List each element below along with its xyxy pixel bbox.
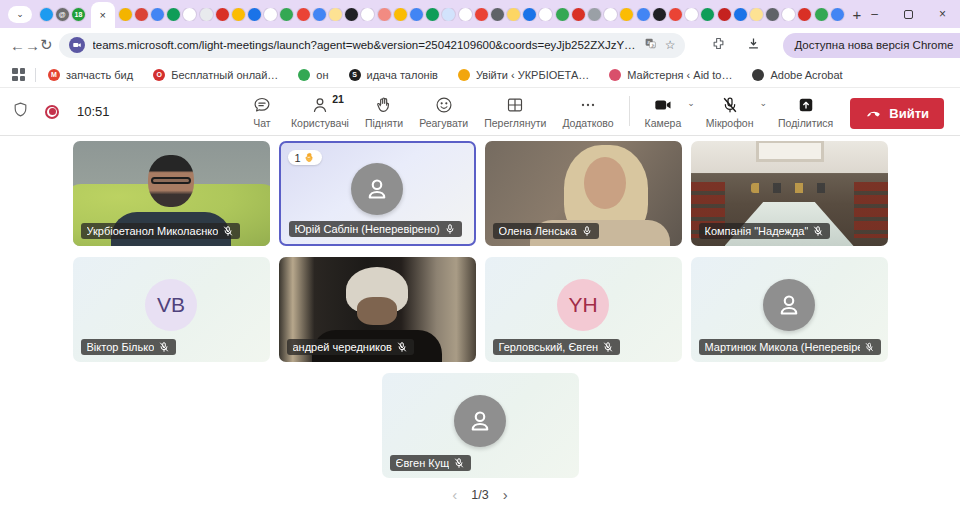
chrome-update-pill[interactable]: Доступна нова версія Chrome ⋮ bbox=[783, 33, 960, 58]
tab-favicon[interactable] bbox=[135, 8, 148, 21]
participant-tile[interactable]: YHГерловський, Євген bbox=[485, 257, 682, 362]
tab-favicon[interactable] bbox=[167, 8, 180, 21]
chat-button[interactable]: Чат bbox=[242, 92, 282, 131]
bookmark-favicon bbox=[298, 69, 310, 81]
tab-favicon[interactable] bbox=[831, 8, 844, 21]
tab-favicon[interactable] bbox=[588, 8, 601, 21]
tab-favicon[interactable] bbox=[604, 8, 617, 21]
address-bar[interactable]: teams.microsoft.com/light-meetings/launc… bbox=[59, 33, 686, 58]
tab-favicon[interactable] bbox=[264, 8, 277, 21]
bookmark-item[interactable]: Adobe Acrobat bbox=[752, 69, 842, 81]
tab-favicon[interactable] bbox=[556, 8, 569, 21]
participant-nameplate: Компанія "Надежда" bbox=[699, 223, 831, 239]
tab-favicon[interactable] bbox=[232, 8, 245, 21]
page-prev-icon[interactable]: ‹ bbox=[452, 487, 457, 502]
tab-favicon[interactable] bbox=[637, 8, 650, 21]
share-button[interactable]: Поділитися bbox=[771, 92, 840, 131]
mic-button[interactable]: Мікрофон bbox=[699, 92, 761, 131]
tab-favicon[interactable] bbox=[539, 8, 552, 21]
page-next-icon[interactable]: › bbox=[503, 487, 508, 502]
window-close-button[interactable]: × bbox=[939, 8, 946, 20]
mic-chevron-icon[interactable]: ⌄ bbox=[760, 98, 768, 108]
participant-tile[interactable]: Укрбіоетанол Миколаєнко bbox=[73, 141, 270, 246]
participant-tile[interactable]: VBВіктор Білько bbox=[73, 257, 270, 362]
bookmark-item[interactable]: он bbox=[298, 69, 328, 81]
tab-favicon[interactable] bbox=[734, 8, 747, 21]
bookmark-item[interactable]: Майстерня ‹ Aid to… bbox=[609, 69, 732, 81]
bookmark-item[interactable]: OБесплатный онлай… bbox=[153, 69, 278, 81]
participant-name: андрей чередников bbox=[293, 341, 392, 353]
tab-favicon[interactable] bbox=[620, 8, 633, 21]
tab-close-icon[interactable]: × bbox=[100, 9, 106, 21]
participant-tile[interactable]: Олена Ленська bbox=[485, 141, 682, 246]
tab-favicon[interactable] bbox=[151, 8, 164, 21]
view-button[interactable]: Переглянути bbox=[477, 92, 553, 131]
tab-favicon[interactable] bbox=[216, 8, 229, 21]
bookmark-item[interactable]: Sидача талонів bbox=[349, 69, 438, 81]
tab-favicon[interactable] bbox=[701, 8, 714, 21]
tab-favicon[interactable] bbox=[750, 8, 763, 21]
participant-nameplate: Укрбіоетанол Миколаєнко bbox=[81, 223, 241, 239]
tab-favicon[interactable] bbox=[378, 8, 391, 21]
participant-tile[interactable]: Компанія "Надежда" bbox=[691, 141, 888, 246]
tab-favicon[interactable] bbox=[685, 8, 698, 21]
bookmark-item[interactable]: Mзапчасть бид bbox=[48, 69, 133, 81]
bookmark-star-icon[interactable]: ☆ bbox=[665, 38, 676, 52]
tab-favicon[interactable] bbox=[119, 8, 132, 21]
tab-favicon[interactable] bbox=[361, 8, 374, 21]
camera-button[interactable]: Камера bbox=[638, 92, 689, 131]
tab-favicon[interactable] bbox=[394, 8, 407, 21]
tab-favicon[interactable] bbox=[345, 8, 358, 21]
tab-favicon[interactable] bbox=[200, 8, 213, 21]
tab-favicon[interactable] bbox=[442, 8, 455, 21]
tab-favicon[interactable] bbox=[523, 8, 536, 21]
participants-button[interactable]: 21Користувачі bbox=[284, 92, 356, 131]
tab-favicon[interactable] bbox=[475, 8, 488, 21]
participant-tile[interactable]: Євген Кущ bbox=[382, 373, 579, 478]
tab-favicon[interactable] bbox=[669, 8, 682, 21]
extensions-puzzle-icon[interactable] bbox=[711, 36, 726, 54]
translate-icon[interactable]: aあ bbox=[644, 37, 657, 53]
window-maximize-button[interactable] bbox=[904, 10, 913, 19]
tab-favicon[interactable] bbox=[491, 8, 504, 21]
reaction-count: 1 bbox=[295, 152, 301, 164]
leave-button[interactable]: Вийти bbox=[850, 98, 944, 129]
camera-chevron-icon[interactable]: ⌄ bbox=[687, 98, 695, 108]
back-button[interactable]: ← bbox=[10, 37, 25, 54]
tab-favicon[interactable] bbox=[410, 8, 423, 21]
participant-tile[interactable]: андрей чередников bbox=[279, 257, 476, 362]
bookmark-item[interactable]: Увійти ‹ УКРБІОЕТА… bbox=[458, 69, 589, 81]
tab-favicon[interactable] bbox=[459, 8, 472, 21]
tab-favicon[interactable] bbox=[280, 8, 293, 21]
tab-favicon[interactable] bbox=[507, 8, 520, 21]
active-tab[interactable]: × bbox=[91, 2, 115, 28]
tab-favicon[interactable] bbox=[572, 8, 585, 21]
window-minimize-button[interactable]: – bbox=[871, 8, 878, 20]
new-tab-button[interactable]: + bbox=[853, 6, 862, 23]
tab-favicon[interactable] bbox=[718, 8, 731, 21]
tab-favicon[interactable] bbox=[426, 8, 439, 21]
tab-favicon[interactable] bbox=[313, 8, 326, 21]
reload-button[interactable]: ↻ bbox=[40, 36, 53, 54]
react-button[interactable]: Реагувати bbox=[412, 92, 475, 131]
tab-favicon[interactable] bbox=[766, 8, 779, 21]
tab-favicon[interactable] bbox=[782, 8, 795, 21]
at-favicon[interactable]: @ bbox=[56, 8, 69, 21]
tab-favicon[interactable] bbox=[248, 8, 261, 21]
tab-search-button[interactable]: ⌄ bbox=[8, 6, 32, 23]
tab-favicon[interactable] bbox=[798, 8, 811, 21]
tab-favicon[interactable] bbox=[653, 8, 666, 21]
tab-favicon[interactable] bbox=[297, 8, 310, 21]
participant-tile[interactable]: 1Юрій Саблін (Неперевірено) bbox=[279, 141, 476, 246]
forward-button[interactable]: → bbox=[25, 37, 40, 54]
participant-tile[interactable]: Мартинюк Микола (Неперевірено) bbox=[691, 257, 888, 362]
tab-favicon[interactable] bbox=[183, 8, 196, 21]
tab-favicon[interactable] bbox=[329, 8, 342, 21]
download-icon[interactable] bbox=[746, 36, 761, 54]
more-button[interactable]: Додатково bbox=[555, 92, 620, 131]
tab-favicon[interactable] bbox=[815, 8, 828, 21]
green-18-favicon[interactable]: 18 bbox=[72, 8, 85, 21]
apps-grid-icon[interactable] bbox=[12, 68, 25, 81]
raise-button[interactable]: Підняти bbox=[358, 92, 410, 131]
twitter-favicon[interactable] bbox=[40, 8, 53, 21]
